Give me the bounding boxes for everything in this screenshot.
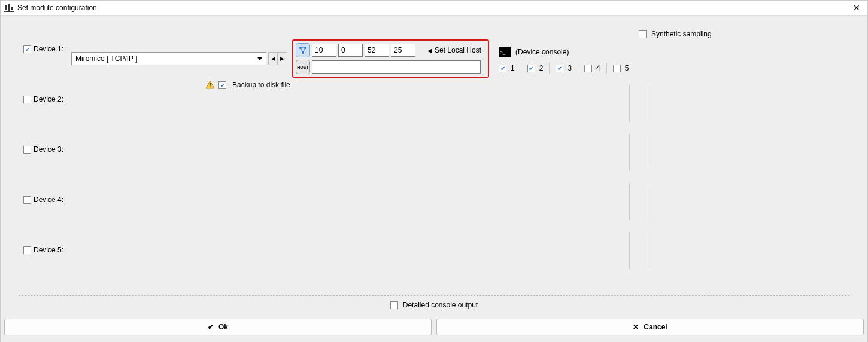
ip-octet-4[interactable] (391, 44, 415, 57)
device-row-5: Device 5: (1, 240, 867, 291)
vertical-separators (629, 85, 648, 281)
host-input[interactable] (312, 60, 481, 74)
synthetic-sampling-label: Synthetic sampling (651, 30, 712, 38)
device-console-label: (Device console) (515, 48, 569, 56)
highlight-box: ◀ Set Local Host HOST (292, 39, 489, 78)
window-title: Set module configuration (17, 4, 97, 12)
svg-rect-0 (5, 5, 7, 10)
window: Set module configuration ✕ Synthetic sam… (0, 0, 868, 342)
detailed-output-checkbox[interactable] (390, 301, 398, 309)
channel-1-checkbox[interactable] (499, 65, 506, 72)
channel-3-label: 3 (567, 64, 572, 72)
device-row-2: Device 2: (1, 90, 867, 140)
backup-checkbox[interactable] (218, 81, 226, 89)
host-icon-button[interactable]: HOST (296, 60, 310, 74)
channel-4-label: 4 (596, 64, 600, 72)
ip-octet-2[interactable] (338, 44, 363, 57)
svg-rect-8 (210, 83, 211, 86)
network-icon (299, 46, 307, 54)
app-icon (4, 3, 14, 13)
cancel-button[interactable]: ✕ Cancel (436, 319, 864, 335)
prev-button[interactable]: ◀ (268, 52, 278, 65)
device-console-button[interactable]: >_ (499, 47, 511, 57)
separator (19, 295, 849, 296)
chevron-down-icon (257, 57, 262, 60)
warning-icon (205, 80, 215, 90)
ok-button[interactable]: ✔ Ok (4, 319, 432, 335)
synthetic-sampling-checkbox[interactable] (639, 30, 647, 38)
backup-label: Backup to disk file (232, 81, 290, 89)
host-icon: HOST (297, 65, 308, 69)
arrow-left-icon: ◀ (427, 47, 432, 54)
set-local-host-label: Set Local Host (435, 46, 481, 54)
channel-5-checkbox[interactable] (613, 65, 621, 72)
channel-2-checkbox[interactable] (527, 65, 535, 72)
ok-button-label: Ok (218, 323, 228, 331)
device-3-checkbox[interactable] (23, 146, 31, 154)
close-button[interactable]: ✕ (851, 3, 863, 13)
ip-icon-button[interactable] (296, 43, 310, 57)
ip-octet-1[interactable] (312, 44, 336, 57)
device-1-label: Device 1: (34, 45, 63, 53)
check-icon: ✔ (208, 323, 214, 331)
titlebar: Set module configuration ✕ (1, 1, 867, 15)
device-5-checkbox[interactable] (23, 246, 31, 254)
cancel-button-label: Cancel (644, 323, 667, 331)
channel-4-checkbox[interactable] (584, 65, 592, 72)
device-5-label: Device 5: (34, 246, 63, 254)
device-row-3: Device 3: (1, 140, 867, 190)
set-local-host-button[interactable]: ◀ Set Local Host (423, 44, 485, 57)
ip-octet-3[interactable] (365, 44, 389, 57)
channel-checkboxes: 1 2 3 4 5 (499, 63, 629, 74)
detailed-output-label: Detailed console output (403, 301, 478, 309)
next-button[interactable]: ▶ (278, 52, 287, 65)
svg-rect-3 (4, 11, 14, 12)
svg-rect-1 (8, 4, 10, 11)
channel-3-checkbox[interactable] (556, 65, 563, 72)
device-1-dropdown-value: Miromico [ TCP/IP ] (75, 54, 138, 63)
device-4-checkbox[interactable] (23, 196, 31, 204)
svg-rect-9 (210, 87, 211, 88)
device-4-label: Device 4: (34, 196, 63, 204)
device-1-dropdown[interactable]: Miromico [ TCP/IP ] (71, 52, 266, 65)
channel-1-label: 1 (511, 64, 515, 72)
device-row-1: Device 1: Miromico [ TCP/IP ] ◀ ▶ (1, 39, 867, 90)
device-row-4: Device 4: (1, 190, 867, 240)
device-2-label: Device 2: (34, 95, 63, 103)
close-icon: ✕ (633, 323, 639, 331)
synthetic-sampling-option: Synthetic sampling (639, 30, 712, 38)
svg-rect-2 (11, 7, 13, 10)
channel-2-label: 2 (539, 64, 544, 72)
device-2-checkbox[interactable] (23, 96, 31, 103)
device-1-checkbox[interactable] (23, 45, 31, 53)
device-3-label: Device 3: (34, 145, 63, 154)
channel-5-label: 5 (625, 64, 629, 72)
